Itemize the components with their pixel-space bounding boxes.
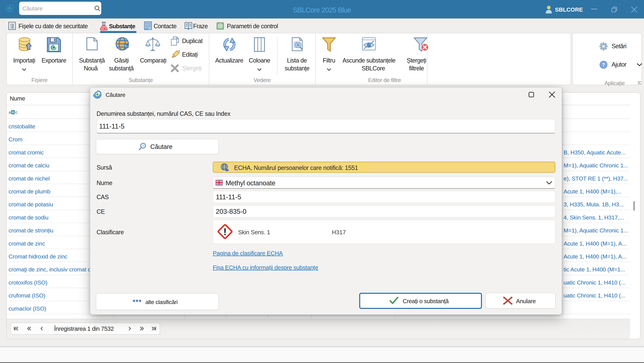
- svg-text:A: A: [8, 111, 11, 114]
- svg-text:?: ?: [602, 62, 605, 67]
- svg-text:C: C: [15, 111, 18, 114]
- svg-text:!: !: [223, 226, 226, 237]
- svg-text:B: B: [12, 111, 14, 114]
